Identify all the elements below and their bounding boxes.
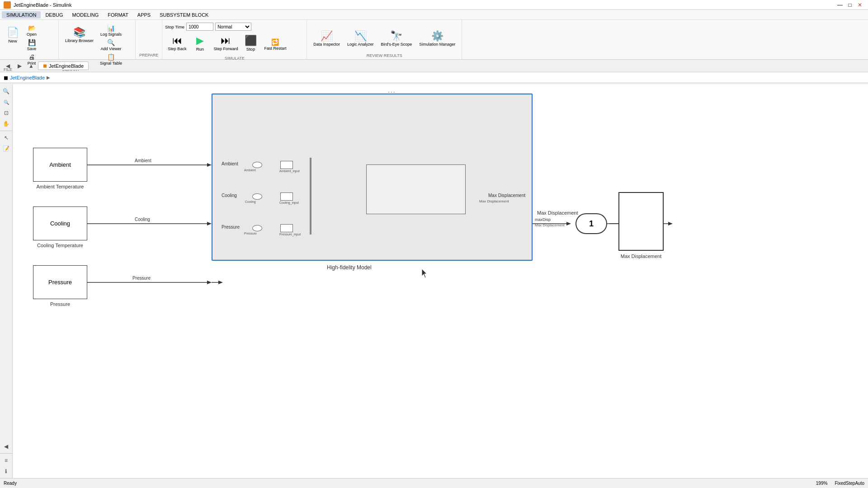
app-icon (4, 1, 11, 9)
simulation-mode: FixedStepAuto (835, 481, 864, 486)
close-button[interactable]: ✕ (855, 1, 864, 9)
svg-text:Pressure: Pressure (132, 276, 151, 281)
hfm-label: High-fidelity Model (327, 264, 372, 271)
subsystem-box[interactable] (366, 164, 466, 214)
model-tab[interactable]: ◼ JetEngineBlade (38, 61, 89, 70)
mouse-cursor (422, 269, 429, 278)
stop-icon: ⬛ (245, 36, 257, 46)
svg-text:Ambient: Ambient (135, 158, 151, 163)
mini-pressure-input-label: Pressure_input (279, 233, 301, 236)
mini-pressure-source-label: Pressure (244, 232, 257, 235)
address-model-link[interactable]: JetEngineBlade (10, 75, 45, 80)
mini-ambient-source[interactable] (252, 162, 262, 168)
signal-table-button[interactable]: 📋 Signal Table (98, 52, 124, 66)
run-button[interactable]: ▶ Run (190, 32, 210, 55)
annotation-button[interactable]: 📝 (1, 144, 11, 154)
left-panel: 🔍 🔍 ⊡ ✋ ↖ 📝 ◀ ≡ ℹ (0, 84, 13, 478)
svg-marker-14 (218, 281, 223, 284)
library-browser-button[interactable]: 📚 Library Browser (62, 22, 96, 49)
menu-format[interactable]: FORMAT (103, 11, 133, 19)
new-icon: 📄 (7, 28, 19, 38)
model-tab-icon: ◼ (43, 63, 47, 69)
stop-time-input[interactable] (186, 23, 213, 31)
mini-pressure-gain[interactable] (280, 224, 293, 232)
mini-pressure-source[interactable] (252, 225, 262, 231)
zoom-out-button[interactable]: 🔍 (1, 97, 11, 107)
nav-forward-button[interactable]: ▶ (14, 61, 24, 70)
mini-cooling-gain[interactable] (280, 192, 293, 201)
nav-up-button[interactable]: ▲ (26, 61, 36, 70)
step-back-button[interactable]: ⏮ Step Back (165, 32, 189, 55)
library-icon: 📚 (73, 28, 85, 38)
mini-ambient-source-label: Ambient (244, 169, 256, 172)
prepare-section-label: PREPARE (139, 52, 158, 57)
mini-cooling-source[interactable] (252, 193, 262, 200)
minimize-button[interactable]: — (835, 1, 844, 9)
simulation-mode-select[interactable]: Normal Accelerator Rapid Accelerator (215, 23, 251, 31)
save-button[interactable]: 💾 Save (24, 38, 40, 52)
ambient-block[interactable]: Ambient (33, 148, 87, 182)
menu-simulation[interactable]: SIMULATION (2, 11, 41, 19)
svg-marker-11 (207, 281, 212, 284)
pan-button[interactable]: ✋ (1, 119, 11, 129)
max-displacement-display[interactable]: 1 (576, 213, 607, 234)
menu-apps[interactable]: APPS (133, 11, 155, 19)
select-button[interactable]: ↖ (1, 133, 11, 143)
ambient-block-label: Ambient (49, 161, 71, 168)
svg-marker-16 (566, 222, 571, 225)
address-model-icon: ◼ (4, 75, 8, 81)
mini-cooling-input-label: Cooling_input (279, 201, 299, 204)
simulate-section-label: SIMULATE (165, 55, 304, 61)
step-forward-button[interactable]: ⏭ Step Forward (211, 32, 241, 55)
add-viewer-button[interactable]: 🔍 Add Viewer (98, 38, 124, 52)
port-values-button[interactable]: ≡ (1, 455, 11, 465)
log-signals-button[interactable]: 📊 Log Signals (98, 23, 124, 38)
open-button[interactable]: 📂 Open (24, 23, 40, 38)
menu-modeling[interactable]: MODELING (68, 11, 104, 19)
stop-button[interactable]: ⬛ Stop (241, 32, 259, 55)
logic-analyzer-button[interactable]: 📉 Logic Analyzer (344, 25, 377, 52)
hfm-cooling-port: Cooling (222, 193, 237, 198)
fast-restart-button[interactable]: 🔁 Fast Restart (262, 38, 288, 52)
fit-view-button[interactable]: ⊡ (1, 108, 11, 118)
canvas-area[interactable]: Ambient Cooling Pressure maxDisp Max Dis… (13, 84, 868, 478)
save-icon: 💾 (28, 39, 36, 46)
print-icon: 🖨 (28, 53, 35, 61)
title-text: JetEngineBlade - Simulink (14, 2, 835, 8)
table-icon: 📋 (107, 53, 115, 61)
menu-debug[interactable]: DEBUG (41, 11, 67, 19)
breadcrumb-arrow: ▶ (47, 75, 50, 80)
right-connector-box[interactable] (618, 192, 664, 251)
svg-marker-6 (207, 222, 212, 225)
maximize-button[interactable]: □ (845, 1, 854, 9)
status-text: Ready (4, 481, 17, 486)
stop-time-label: Stop Time (165, 24, 184, 29)
svg-marker-22 (668, 222, 673, 225)
pressure-block[interactable]: Pressure (33, 265, 87, 299)
mini-ambient-gain[interactable] (280, 161, 293, 169)
svg-marker-1 (207, 163, 212, 167)
zoom-in-button[interactable]: 🔍 (1, 86, 11, 96)
logic-analyzer-icon: 📉 (354, 31, 367, 41)
max-displacement-label: Max Displacement (600, 253, 682, 259)
svg-marker-48 (422, 269, 427, 278)
hfm-ambient-port: Ambient (222, 161, 238, 166)
simulation-manager-button[interactable]: ⚙️ Simulation Manager (416, 25, 458, 52)
new-button[interactable]: 📄 New (4, 22, 22, 49)
simulation-manager-icon: ⚙️ (431, 31, 443, 41)
hide-panel-button[interactable]: ◀ (1, 441, 11, 451)
data-inspector-button[interactable]: 📈 Data Inspector (311, 25, 343, 52)
cooling-block[interactable]: Cooling (33, 206, 87, 240)
open-icon: 📂 (28, 24, 36, 32)
birds-eye-button[interactable]: 🔭 Bird's-Eye Scope (378, 25, 415, 52)
hfm-output-label: Max Displacement (488, 193, 525, 198)
cooling-sublabel: Cooling Temperature (33, 243, 87, 248)
nav-back-button[interactable]: ◀ (3, 61, 13, 70)
info-button[interactable]: ℹ (1, 466, 11, 476)
address-bar: ◼ JetEngineBlade ▶ (0, 72, 868, 83)
svg-text:Cooling: Cooling (135, 217, 150, 222)
hfm-box[interactable]: Ambient Cooling Pressure Ambient Ambient… (212, 94, 533, 261)
run-icon: ▶ (196, 36, 204, 46)
log-icon: 📊 (107, 24, 115, 32)
menu-subsystem-block[interactable]: SUBSYSTEM BLOCK (155, 11, 213, 19)
